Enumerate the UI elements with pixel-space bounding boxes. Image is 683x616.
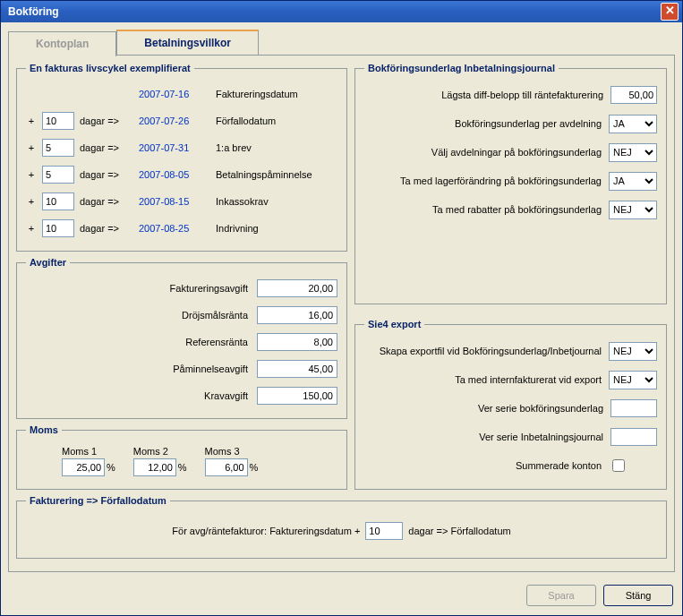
window-title: Bokföring bbox=[8, 5, 59, 18]
days-input[interactable] bbox=[42, 112, 74, 130]
tab-betalningsvillkor[interactable]: Betalningsvillkor bbox=[116, 30, 259, 55]
plus-label: + bbox=[26, 169, 37, 180]
sie-row: Ver serie bokföringsunderlag bbox=[364, 394, 657, 423]
titlebar: Bokföring ✕ bbox=[1, 1, 682, 22]
fee-input-paminnelseavgift[interactable] bbox=[257, 360, 337, 378]
plus-label: + bbox=[26, 223, 37, 234]
bokf-fieldset: Bokföringsunderlag Inbetalningsjournal L… bbox=[354, 63, 667, 304]
date-link[interactable]: 2007-08-05 bbox=[139, 169, 210, 180]
bokf-label: Bokföringsunderlag per avdelning bbox=[364, 118, 602, 129]
fee-input-referensranta[interactable] bbox=[257, 333, 337, 351]
moms2-input[interactable] bbox=[133, 458, 176, 476]
close-button[interactable]: ✕ bbox=[661, 3, 679, 21]
dagar-label: dagar => bbox=[80, 116, 133, 126]
lagerforandring-select[interactable]: JA NEJ bbox=[609, 172, 657, 191]
sie-row: Skapa exportfil vid Bokföringsunderlag/I… bbox=[364, 337, 657, 365]
pct-label: % bbox=[107, 462, 115, 473]
moms-item: Moms 1 % bbox=[62, 446, 115, 476]
days-input[interactable] bbox=[42, 139, 74, 157]
lifecycle-row: + dagar => 2007-07-26 Förfallodatum bbox=[26, 107, 337, 134]
moms1-input[interactable] bbox=[62, 458, 105, 476]
bokf-row: Bokföringsunderlag per avdelning JA NEJ bbox=[364, 109, 657, 138]
summerade-konton-checkbox[interactable] bbox=[612, 459, 625, 472]
moms3-input[interactable] bbox=[205, 458, 248, 476]
bokf-label: Välj avdelningar på bokföringsunderlag bbox=[364, 147, 602, 158]
sie-label: Ta med internfakturerat vid export bbox=[364, 374, 602, 385]
fee-input-faktureringsavgift[interactable] bbox=[257, 279, 337, 297]
fakturering-fieldset: Fakturering => Förfallodatum För avg/rän… bbox=[16, 495, 667, 559]
days-input[interactable] bbox=[42, 219, 74, 237]
sie-label: Ver serie Inbetalningsjournal bbox=[364, 432, 603, 442]
dagar-label: dagar => bbox=[80, 223, 133, 234]
date-link[interactable]: 2007-08-15 bbox=[139, 196, 210, 207]
days-input[interactable] bbox=[42, 166, 74, 184]
fakt-pre-label: För avg/räntefakturor: Faktureringsdatum… bbox=[172, 526, 360, 536]
fakturering-legend: Fakturering => Förfallodatum bbox=[26, 495, 170, 506]
pct-label: % bbox=[250, 462, 259, 473]
rabatter-select[interactable]: NEJ JA bbox=[609, 201, 657, 219]
spara-button[interactable]: Spara bbox=[526, 585, 596, 606]
fakt-post-label: dagar => Förfallodatum bbox=[408, 526, 510, 536]
dagar-label: dagar => bbox=[80, 196, 133, 207]
ver-serie-inbet-input[interactable] bbox=[610, 428, 657, 446]
date-link[interactable]: 2007-07-26 bbox=[139, 116, 210, 126]
ver-serie-bokf-input[interactable] bbox=[610, 399, 657, 417]
moms-fieldset: Moms Moms 1 % Moms 2 bbox=[16, 424, 347, 490]
fee-row: Dröjsmålsränta bbox=[26, 302, 337, 329]
stage-label: Förfallodatum bbox=[216, 116, 276, 126]
days-input[interactable] bbox=[42, 192, 74, 210]
moms-label: Moms 3 bbox=[205, 446, 240, 457]
moms-item: Moms 2 % bbox=[133, 446, 187, 476]
bokf-label: Lägsta diff-belopp till räntefakturering bbox=[364, 90, 603, 100]
avdelning-select[interactable]: JA NEJ bbox=[609, 115, 657, 133]
bokf-row: Ta med rabatter på bokföringsunderlag NE… bbox=[364, 195, 657, 224]
sie-row: Ver serie Inbetalningsjournal bbox=[364, 423, 657, 451]
moms-item: Moms 3 % bbox=[205, 446, 259, 476]
fee-row: Referensränta bbox=[26, 329, 337, 355]
plus-label: + bbox=[26, 196, 37, 207]
dagar-label: dagar => bbox=[80, 142, 133, 153]
date-link[interactable]: 2007-07-16 bbox=[139, 89, 210, 99]
lifecycle-row: + dagar => 2007-08-05 Betalningspåminnel… bbox=[26, 161, 337, 188]
valj-avdelningar-select[interactable]: NEJ JA bbox=[609, 143, 657, 162]
lifecycle-fieldset: En fakturas livscykel exemplifierat 2007… bbox=[16, 63, 347, 252]
fee-label: Påminnelseavgift bbox=[26, 364, 248, 374]
tab-content: En fakturas livscykel exemplifierat 2007… bbox=[8, 55, 675, 572]
fee-label: Faktureringsavgift bbox=[26, 283, 248, 294]
fee-input-drojsmalsranta[interactable] bbox=[257, 306, 337, 324]
lifecycle-row: + dagar => 2007-07-31 1:a brev bbox=[26, 134, 337, 161]
fee-row: Faktureringsavgift bbox=[26, 275, 337, 302]
fees-fieldset: Avgifter Faktureringsavgift Dröjsmålsrän… bbox=[16, 257, 347, 419]
tabs: Kontoplan Betalningsvillkor bbox=[8, 30, 675, 55]
lifecycle-row: 2007-07-16 Faktureringsdatum bbox=[26, 81, 337, 107]
bokf-legend: Bokföringsunderlag Inbetalningsjournal bbox=[364, 63, 559, 73]
fee-label: Kravavgift bbox=[26, 390, 248, 401]
pct-label: % bbox=[178, 462, 187, 473]
skapa-exportfil-select[interactable]: NEJ JA bbox=[609, 342, 657, 361]
stage-label: Betalningspåminnelse bbox=[216, 169, 312, 180]
dagar-label: dagar => bbox=[80, 169, 133, 180]
stang-button[interactable]: Stäng bbox=[603, 585, 673, 606]
bokf-row: Ta med lagerförändring på bokföringsunde… bbox=[364, 167, 657, 195]
fee-label: Dröjsmålsränta bbox=[26, 310, 248, 321]
sie-label: Ver serie bokföringsunderlag bbox=[364, 403, 603, 414]
stage-label: Indrivning bbox=[216, 223, 259, 234]
lifecycle-legend: En fakturas livscykel exemplifierat bbox=[26, 63, 194, 73]
fee-input-kravavgift[interactable] bbox=[257, 387, 337, 405]
fee-label: Referensränta bbox=[26, 337, 248, 347]
internfakturerat-select[interactable]: NEJ JA bbox=[609, 371, 657, 389]
stage-label: Faktureringsdatum bbox=[216, 89, 298, 99]
sie-fieldset: Sie4 export Skapa exportfil vid Bokförin… bbox=[354, 319, 667, 490]
lifecycle-row: + dagar => 2007-08-25 Indrivning bbox=[26, 215, 337, 242]
tab-kontoplan[interactable]: Kontoplan bbox=[8, 31, 116, 56]
stage-label: 1:a brev bbox=[216, 142, 252, 153]
sie-legend: Sie4 export bbox=[364, 319, 424, 329]
sie-row: Summerade konton bbox=[364, 451, 657, 480]
sie-row: Ta med internfakturerat vid export NEJ J… bbox=[364, 365, 657, 394]
diff-belopp-input[interactable] bbox=[610, 86, 657, 104]
date-link[interactable]: 2007-08-25 bbox=[139, 223, 210, 234]
fakt-days-input[interactable] bbox=[365, 522, 403, 540]
sie-label: Skapa exportfil vid Bokföringsunderlag/I… bbox=[364, 346, 602, 356]
date-link[interactable]: 2007-07-31 bbox=[139, 142, 210, 153]
fee-row: Kravavgift bbox=[26, 382, 337, 409]
